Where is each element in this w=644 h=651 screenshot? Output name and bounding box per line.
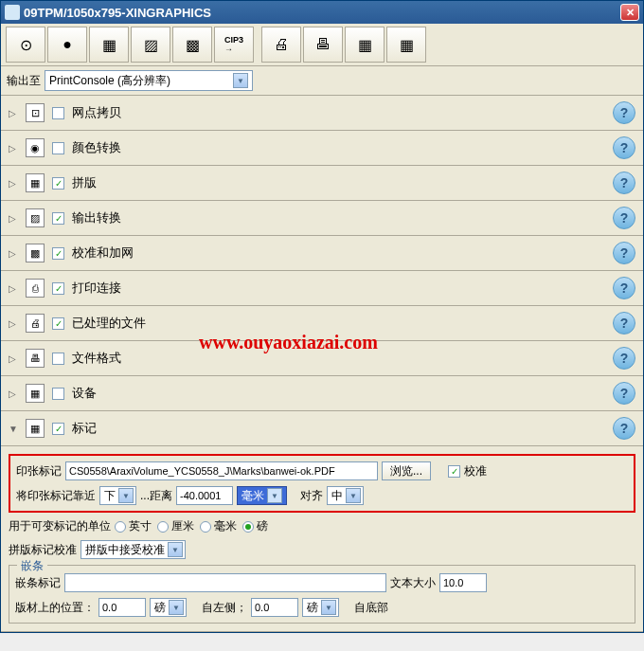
tool-target-icon[interactable]: ⊙: [6, 27, 45, 63]
unit-radio-label: 毫米: [214, 518, 237, 534]
expand-toggle[interactable]: ▷: [9, 318, 18, 329]
tool-print2-icon[interactable]: 🖶: [303, 27, 343, 63]
chevron-down-icon: ▼: [346, 488, 361, 503]
justify-label: 对齐: [300, 488, 323, 504]
section-row-0: ▷⊡网点拷贝?: [1, 96, 643, 131]
chevron-down-icon: ▼: [267, 488, 282, 503]
inset-mark-label: 嵌条标记: [15, 575, 61, 591]
unit-radio-group: 英寸厘米毫米磅: [115, 518, 268, 534]
help-button[interactable]: ?: [613, 417, 635, 440]
section-checkbox[interactable]: [52, 282, 64, 295]
from-left-label: 自左侧；: [202, 600, 247, 616]
section-label: 拼版: [72, 174, 605, 191]
section-row-5: ▷⎙打印连接?: [1, 271, 643, 306]
tool-grid2-icon[interactable]: ▦: [345, 27, 385, 63]
from-left-input[interactable]: [251, 598, 298, 617]
section-checkbox[interactable]: [52, 107, 64, 119]
pos-unit-select[interactable]: 磅 ▼: [150, 598, 187, 617]
text-size-label: 文本大小: [390, 575, 436, 591]
justify-select[interactable]: 中 ▼: [327, 486, 364, 505]
expand-toggle[interactable]: ▷: [9, 143, 18, 154]
pos-label: 版材上的位置：: [15, 600, 95, 616]
section-label: 设备: [72, 385, 605, 402]
tool-sphere-icon[interactable]: ●: [47, 27, 87, 63]
output-select[interactable]: PrintConsole (高分辨率) ▼: [45, 70, 253, 91]
toolbar: ⊙ ● ▦ ▨ ▩ CIP3→ 🖨 🖶 ▦ ▦: [1, 24, 643, 66]
section-label: 已处理的文件: [72, 315, 605, 332]
sheet-mark-path-input[interactable]: [65, 461, 378, 480]
inset-mark-input[interactable]: [64, 573, 386, 592]
section-label: 颜色转换: [72, 139, 605, 156]
unit-select[interactable]: 毫米 ▼: [237, 486, 287, 505]
section-label: 输出转换: [72, 209, 605, 226]
sheet-mark-label: 印张标记: [16, 463, 62, 479]
section-icon: 🖶: [26, 349, 45, 368]
expand-toggle[interactable]: ▷: [9, 108, 18, 118]
section-icon: ▨: [26, 208, 45, 227]
tool-gradient-icon[interactable]: ▨: [131, 27, 170, 63]
tool-grid3-icon[interactable]: ▦: [386, 27, 426, 63]
section-label: 打印连接: [72, 280, 605, 297]
expand-toggle[interactable]: ▼: [9, 424, 18, 434]
chevron-down-icon: ▼: [321, 600, 336, 615]
tool-checker-icon[interactable]: ▩: [172, 27, 212, 63]
unit-radio-厘米[interactable]: [157, 521, 169, 533]
section-row-6: ▷🖨已处理的文件?: [1, 306, 643, 341]
close-button[interactable]: ✕: [620, 4, 639, 21]
window-title: 09TPM/1050x795-XINGRAPHICS: [24, 6, 620, 20]
expand-toggle[interactable]: ▷: [9, 178, 18, 189]
text-size-input[interactable]: [439, 573, 487, 592]
accordion: ▷⊡网点拷贝?▷◉颜色转换?▷▦拼版?▷▨输出转换?▷▩校准和加网?▷⎙打印连接…: [1, 96, 643, 446]
expand-toggle[interactable]: ▷: [9, 389, 18, 399]
distance-input[interactable]: [176, 486, 233, 505]
section-row-1: ▷◉颜色转换?: [1, 131, 643, 166]
section-icon: ◉: [26, 138, 45, 157]
chevron-down-icon: ▼: [118, 488, 134, 503]
app-icon: [5, 5, 20, 20]
align-select[interactable]: 下 ▼: [99, 486, 136, 505]
section-checkbox[interactable]: [52, 177, 64, 190]
from-left-unit-select[interactable]: 磅 ▼: [302, 598, 339, 617]
tool-cip3-icon[interactable]: CIP3→: [214, 27, 254, 63]
section-row-8: ▷▦设备?: [1, 376, 643, 411]
help-button[interactable]: ?: [613, 312, 635, 335]
distance-label: ...距离: [140, 488, 172, 504]
section-checkbox[interactable]: [52, 212, 64, 225]
help-button[interactable]: ?: [613, 347, 635, 370]
unit-radio-英寸[interactable]: [115, 521, 126, 533]
section-checkbox[interactable]: [52, 247, 64, 260]
expand-toggle[interactable]: ▷: [9, 353, 18, 364]
section-checkbox[interactable]: [52, 388, 64, 400]
section-checkbox[interactable]: [52, 423, 64, 435]
panel-calib-select[interactable]: 拼版中接受校准 ▼: [80, 540, 186, 559]
tool-print1-icon[interactable]: 🖨: [261, 27, 301, 63]
chevron-down-icon: ▼: [233, 73, 248, 88]
expand-toggle[interactable]: ▷: [9, 248, 18, 259]
section-label: 校准和加网: [72, 244, 605, 262]
tool-grid1-icon[interactable]: ▦: [89, 27, 129, 63]
unit-radio-毫米[interactable]: [200, 521, 211, 533]
browse-button[interactable]: 浏览...: [382, 461, 431, 480]
section-checkbox[interactable]: [52, 142, 64, 154]
help-button[interactable]: ?: [613, 207, 635, 229]
help-button[interactable]: ?: [613, 382, 635, 405]
help-button[interactable]: ?: [613, 242, 635, 264]
section-row-3: ▷▨输出转换?: [1, 201, 643, 236]
section-checkbox[interactable]: [52, 317, 64, 330]
section-icon: ▦: [26, 419, 45, 438]
help-button[interactable]: ?: [613, 172, 635, 194]
align-label: 将印张标记靠近: [16, 488, 96, 504]
section-label: 文件格式: [72, 350, 605, 367]
section-row-2: ▷▦拼版?: [1, 166, 643, 201]
expand-toggle[interactable]: ▷: [9, 213, 18, 224]
unit-radio-磅[interactable]: [242, 521, 254, 533]
section-checkbox[interactable]: [52, 353, 64, 365]
help-button[interactable]: ?: [613, 101, 635, 124]
pos-input[interactable]: [98, 598, 146, 617]
expand-toggle[interactable]: ▷: [9, 283, 18, 294]
help-button[interactable]: ?: [613, 277, 635, 299]
help-button[interactable]: ?: [613, 136, 635, 159]
highlighted-settings: 印张标记 浏览... 校准 将印张标记靠近 下 ▼ ...距离 毫米 ▼: [9, 454, 635, 513]
marks-panel: 印张标记 浏览... 校准 将印张标记靠近 下 ▼ ...距离 毫米 ▼: [1, 446, 643, 632]
calibrate-checkbox[interactable]: [448, 465, 460, 478]
